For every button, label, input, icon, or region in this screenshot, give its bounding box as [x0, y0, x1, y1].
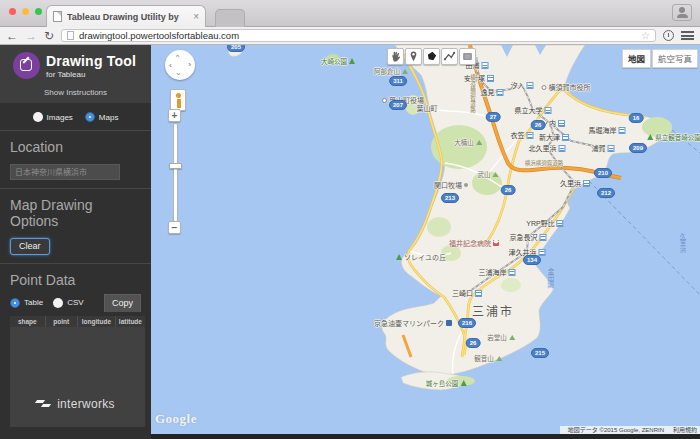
browser-titlebar: Tableau Drawing Utility by × — [0, 0, 700, 27]
maps-radio[interactable]: Maps — [85, 112, 119, 122]
station-icon — [487, 75, 494, 82]
street-view-pegman-button[interactable] — [170, 89, 186, 111]
zoom-out-button[interactable]: − — [168, 221, 181, 234]
marker-tool-button[interactable] — [405, 48, 422, 65]
map-attribution: 地図データ ©2015 Google, ZENRIN 利用規約 — [560, 426, 700, 434]
station-icon — [545, 107, 552, 114]
circle-icon — [542, 85, 547, 90]
copy-button[interactable]: Copy — [104, 294, 141, 312]
clear-button[interactable]: Clear — [10, 238, 50, 255]
minimize-window-icon[interactable] — [22, 8, 29, 15]
route-shield: 216 — [458, 318, 476, 328]
map-type-control: 地図 航空写真 — [622, 49, 698, 68]
zoom-slider-track[interactable] — [173, 123, 178, 222]
browser-window: Tableau Drawing Utility by × ← → ↻ drawi… — [0, 0, 700, 439]
rectangle-tool-button[interactable] — [459, 48, 476, 65]
route-shield: 212 — [597, 188, 615, 198]
map-pan-control[interactable]: › › › › — [165, 50, 195, 80]
map-label-road: 横浜横須賀道路 — [525, 159, 564, 167]
map-label-poi: 京急油壷マリンパーク — [374, 318, 452, 328]
pegman-icon — [176, 93, 181, 108]
map-type-satellite-button[interactable]: 航空写真 — [652, 49, 698, 68]
polygon-tool-button[interactable] — [423, 48, 440, 65]
app-title: Drawing Tool — [46, 53, 136, 69]
station-icon — [527, 132, 534, 139]
col-shape: shape — [10, 316, 45, 327]
location-input[interactable] — [10, 164, 120, 180]
map-label-station: 久里浜 — [560, 178, 590, 188]
reload-button[interactable]: ↻ — [44, 30, 54, 42]
map-label-station: 衣笠 — [511, 130, 534, 140]
route-shield: 215 — [531, 348, 549, 358]
profile-icon — [679, 7, 685, 13]
map-label-town: 横須賀市役所 — [542, 82, 591, 92]
pan-down-icon[interactable]: › — [174, 73, 182, 76]
tab-close-icon[interactable]: × — [193, 11, 199, 22]
station-icon — [527, 82, 534, 89]
terms-link[interactable]: 利用規約 — [673, 427, 697, 433]
map-canvas[interactable]: 田浦安針塚汐入逸見県立大学堀ノ内馬堀海岸衣笠新大津北久里浜浦賀久里浜YRP野比京… — [151, 45, 700, 434]
point-data-table-body — [10, 327, 145, 427]
marker-tool-icon — [407, 50, 420, 63]
route-shield: 209 — [629, 143, 647, 153]
station-icon — [619, 127, 626, 134]
attribution-text: 地図データ ©2015 Google, ZENRIN — [568, 427, 664, 433]
tab-favicon-icon — [53, 11, 62, 22]
station-icon — [475, 290, 482, 297]
route-shield: 207 — [389, 100, 407, 110]
browser-tab[interactable]: Tableau Drawing Utility by × — [46, 5, 206, 27]
route-shield: 16 — [629, 113, 644, 123]
csv-radio-icon[interactable] — [53, 298, 63, 308]
page-content: Drawing Tool for Tableau Show Instructio… — [0, 45, 700, 439]
forward-button[interactable]: → — [25, 30, 37, 42]
map-label-park: 県立観音崎公園 — [647, 132, 700, 142]
maps-radio-icon[interactable] — [85, 112, 95, 122]
page-background-strip — [151, 434, 700, 439]
station-icon — [540, 234, 547, 241]
map-type-map-button[interactable]: 地図 — [622, 49, 651, 68]
station-icon — [497, 89, 504, 96]
zoom-in-button[interactable]: + — [168, 109, 181, 122]
pan-up-icon[interactable]: › — [174, 55, 182, 58]
station-icon — [583, 180, 590, 187]
back-button[interactable]: ← — [6, 30, 18, 42]
url-text[interactable]: drawingtool.powertoolsfortableau.com — [79, 30, 636, 41]
mode-selector: Images Maps — [0, 103, 151, 130]
close-window-icon[interactable] — [9, 8, 16, 15]
drawing-options-heading: Map Drawing Options — [10, 197, 141, 229]
polyline-tool-button[interactable] — [441, 48, 458, 65]
map-label-water: 久里浜 — [677, 233, 687, 253]
show-instructions-link[interactable]: Show Instructions — [0, 88, 151, 97]
col-point: point — [45, 316, 77, 327]
interworks-logo-text: interworks — [57, 397, 115, 411]
pan-left-icon[interactable]: › — [169, 61, 172, 69]
map-label-park: 大崎公園 — [321, 56, 355, 66]
csv-radio[interactable]: CSV — [53, 298, 83, 308]
location-section: Location — [0, 131, 151, 188]
extension-badge-icon[interactable] — [663, 30, 674, 41]
new-tab-button[interactable] — [215, 9, 245, 27]
zoom-slider-handle[interactable] — [169, 163, 182, 169]
maximize-window-icon[interactable] — [35, 8, 42, 15]
profile-button[interactable] — [672, 4, 692, 21]
station-icon — [482, 62, 489, 69]
pan-right-icon[interactable]: › — [188, 61, 191, 69]
table-radio-icon[interactable] — [10, 298, 20, 308]
address-bar[interactable]: drawingtool.powertoolsfortableau.com ☆ — [61, 29, 656, 42]
bookmark-star-icon[interactable]: ☆ — [641, 30, 650, 41]
map-label-station: 新大津 — [539, 132, 569, 142]
map-label-station: 北久里浜 — [529, 143, 566, 153]
map-label-station: 京急長沢 — [510, 232, 547, 242]
map-label-station: YRP野比 — [526, 218, 563, 228]
browser-menu-icon[interactable] — [681, 30, 694, 42]
point-data-table: shape point longitude latitude — [10, 316, 145, 327]
table-radio[interactable]: Table — [10, 298, 43, 308]
map-label-water: 金田湾 — [545, 268, 555, 288]
tree-icon — [349, 58, 355, 64]
images-radio[interactable]: Images — [33, 112, 73, 122]
hand-tool-button[interactable] — [387, 48, 404, 65]
mountain-icon — [509, 335, 515, 340]
images-radio-icon[interactable] — [33, 112, 43, 122]
polygon-tool-icon — [425, 50, 438, 63]
route-shield: 26 — [531, 120, 546, 130]
